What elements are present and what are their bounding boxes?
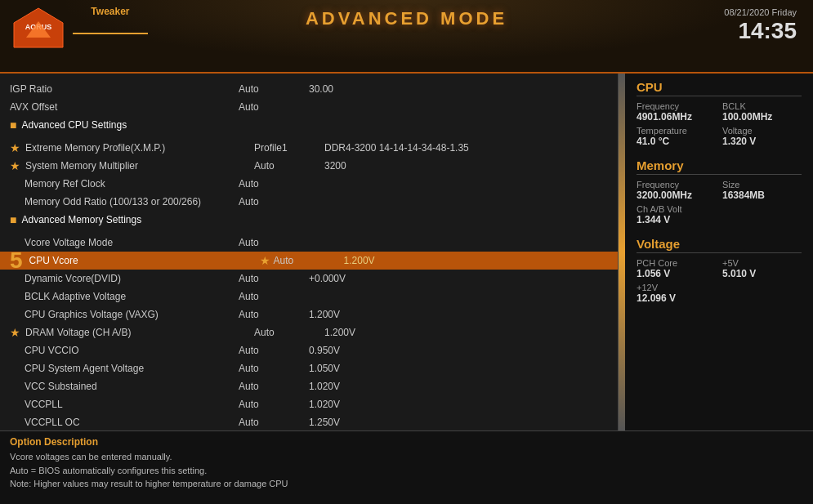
time-display: 14:35 (724, 19, 797, 44)
adv-mem-label: Advanced Memory Settings (21, 214, 250, 225)
pch-core-info-value: 1.056 V (637, 268, 716, 279)
mem-multi-value: Auto (254, 160, 311, 172)
cpu-temp: Temperature 41.0 °C (637, 126, 716, 147)
vcore-mode-value: Auto (239, 237, 296, 248)
info-panel: CPU Frequency 4901.06MHz BCLK 100.00MHz … (625, 74, 813, 430)
settings-panel: IGP Ratio Auto 30.00 AVX Offset Auto ■ A… (0, 74, 619, 430)
vcc-sub-label: VCC Substained (10, 381, 239, 392)
cpu-sa-value: Auto (239, 363, 296, 374)
memory-section-title: Memory (637, 158, 802, 175)
section-adv-memory[interactable]: ■ Advanced Memory Settings (0, 211, 618, 229)
desc-title: Option Description (10, 436, 803, 448)
mem-size-value: 16384MB (722, 190, 802, 201)
desc-line-1: Vcore voltages can be entered manually. (10, 450, 803, 464)
cpu-sa-label: CPU System Agent Voltage (10, 363, 239, 374)
voltage-info-section: Voltage PCH Core 1.056 V +5V 5.010 V +12… (637, 237, 802, 304)
description-panel: Option Description Vcore voltages can be… (0, 430, 813, 504)
vertical-divider (619, 74, 625, 430)
tab-tweaker[interactable]: Tweaker (73, 0, 147, 34)
cpu-vcore-value: Auto (274, 255, 331, 266)
plus12v-value: 12.096 V (637, 292, 802, 304)
mem-size: Size 16384MB (722, 180, 802, 201)
setting-xmp[interactable]: ★ Extreme Memory Profile(X.M.P.) Profile… (0, 139, 618, 157)
memory-info-section: Memory Frequency 3200.00MHz Size 16384MB… (637, 158, 802, 225)
avx-offset-value: Auto (239, 101, 296, 113)
dyn-vcore-extra: +0.000V (309, 273, 346, 284)
plus5v-info: +5V 5.010 V (722, 258, 802, 279)
cpu-bclk-value: 100.00MHz (722, 111, 802, 123)
cpu-gfx-label: CPU Graphics Voltage (VAXG) (10, 309, 239, 320)
mem-freq: Frequency 3200.00MHz (637, 180, 716, 201)
avx-offset-label: AVX Offset (10, 101, 239, 113)
cpu-vccio-label: CPU VCCIO (10, 345, 239, 356)
voltage-info-grid: PCH Core 1.056 V +5V 5.010 V +12V 12.096… (637, 258, 802, 304)
mem-refclk-value: Auto (239, 178, 296, 190)
mem-freq-value: 3200.00MHz (637, 190, 716, 201)
setting-mem-refclk[interactable]: Memory Ref Clock Auto (0, 175, 618, 193)
date-display: 08/21/2020 Friday (724, 7, 797, 17)
section-advanced-cpu[interactable]: ■ Advanced CPU Settings (0, 116, 618, 134)
vccpll-oc-value: Auto (239, 417, 296, 428)
dram-volt-label: DRAM Voltage (CH A/B) (25, 327, 254, 338)
star-icon-3: ★ (260, 254, 270, 267)
row-number-5: 5 (10, 249, 23, 272)
cpu-freq-value: 4901.06MHz (637, 111, 716, 123)
setting-cpu-sa-volt[interactable]: CPU System Agent Voltage Auto 1.050V (0, 359, 618, 377)
vcore-mode-label: Vcore Voltage Mode (10, 237, 239, 248)
mem-odd-value: Auto (239, 196, 296, 207)
setting-cpu-vcore[interactable]: 5 CPU Vcore ★ Auto 1.200V (0, 252, 618, 270)
setting-vccpll[interactable]: VCCPLL Auto 1.020V (0, 395, 618, 413)
bullet-icon: ■ (10, 118, 16, 132)
mem-multi-label: System Memory Multiplier (25, 160, 254, 172)
igp-ratio-value: Auto (239, 83, 296, 95)
desc-line-3: Note: Higher values may result to higher… (10, 477, 803, 491)
star-icon-4: ★ (10, 326, 20, 339)
memory-info-grid: Frequency 3200.00MHz Size 16384MB Ch A/B… (637, 180, 802, 225)
cpu-voltage-value: 1.320 V (722, 136, 802, 147)
cpu-vccio-value: Auto (239, 345, 296, 356)
setting-dram-volt[interactable]: ★ DRAM Voltage (CH A/B) Auto 1.200V (0, 323, 618, 341)
vccpll-oc-label: VCCPLL OC (10, 417, 239, 428)
mem-ch-volt: Ch A/B Volt 1.344 V (637, 204, 802, 225)
header: AORUS ADVANCED MODE 08/21/2020 Friday 14… (0, 0, 813, 74)
setting-mem-multi[interactable]: ★ System Memory Multiplier Auto 3200 (0, 157, 618, 175)
setting-vccpll-oc[interactable]: VCCPLL OC Auto 1.250V (0, 413, 618, 430)
desc-line-2: Auto = BIOS automatically configures thi… (10, 464, 803, 478)
setting-igp-ratio[interactable]: IGP Ratio Auto 30.00 (0, 80, 618, 98)
aorus-logo: AORUS (10, 7, 67, 51)
vccpll-label: VCCPLL (10, 399, 239, 410)
vccpll-value: Auto (239, 399, 296, 410)
xmp-extra: DDR4-3200 14-14-14-34-48-1.35 (324, 142, 469, 154)
setting-mem-odd[interactable]: Memory Odd Ratio (100/133 or 200/266) Au… (0, 193, 618, 211)
cpu-bclk: BCLK 100.00MHz (722, 101, 802, 123)
star-icon-2: ★ (10, 159, 20, 172)
cpu-sa-extra: 1.050V (309, 363, 340, 374)
setting-vcore-mode[interactable]: Vcore Voltage Mode Auto (0, 234, 618, 252)
vccpll-oc-extra: 1.250V (309, 417, 340, 428)
main-area: IGP Ratio Auto 30.00 AVX Offset Auto ■ A… (0, 74, 813, 430)
cpu-vcore-extra: 1.200V (344, 255, 375, 266)
dram-volt-value: Auto (254, 327, 311, 338)
mem-refclk-label: Memory Ref Clock (10, 178, 239, 190)
cpu-info-grid: Frequency 4901.06MHz BCLK 100.00MHz Temp… (637, 101, 802, 147)
setting-bclk-adap[interactable]: BCLK Adaptive Voltage Auto (0, 288, 618, 306)
cpu-gfx-value: Auto (239, 309, 296, 320)
setting-vcc-sub[interactable]: VCC Substained Auto 1.020V (0, 377, 618, 395)
setting-dynamic-vcore[interactable]: Dynamic Vcore(DVID) Auto +0.000V (0, 270, 618, 288)
dyn-vcore-value: Auto (239, 273, 296, 284)
voltage-section-title: Voltage (637, 237, 802, 253)
bclk-adap-value: Auto (239, 291, 296, 302)
igp-ratio-label: IGP Ratio (10, 83, 239, 95)
plus5v-value: 5.010 V (722, 268, 802, 279)
adv-cpu-label: Advanced CPU Settings (21, 119, 250, 131)
dram-volt-extra: 1.200V (324, 327, 355, 338)
setting-cpu-vccio[interactable]: CPU VCCIO Auto 0.950V (0, 341, 618, 359)
dyn-vcore-label: Dynamic Vcore(DVID) (10, 273, 239, 284)
setting-cpu-gfx-volt[interactable]: CPU Graphics Voltage (VAXG) Auto 1.200V (0, 306, 618, 323)
bullet-icon-2: ■ (10, 213, 16, 226)
setting-avx-offset[interactable]: AVX Offset Auto (0, 98, 618, 116)
mem-odd-label: Memory Odd Ratio (100/133 or 200/266) (10, 196, 239, 207)
cpu-info-section: CPU Frequency 4901.06MHz BCLK 100.00MHz … (637, 80, 802, 147)
vcc-sub-extra: 1.020V (309, 381, 340, 392)
igp-ratio-extra: 30.00 (309, 83, 333, 95)
